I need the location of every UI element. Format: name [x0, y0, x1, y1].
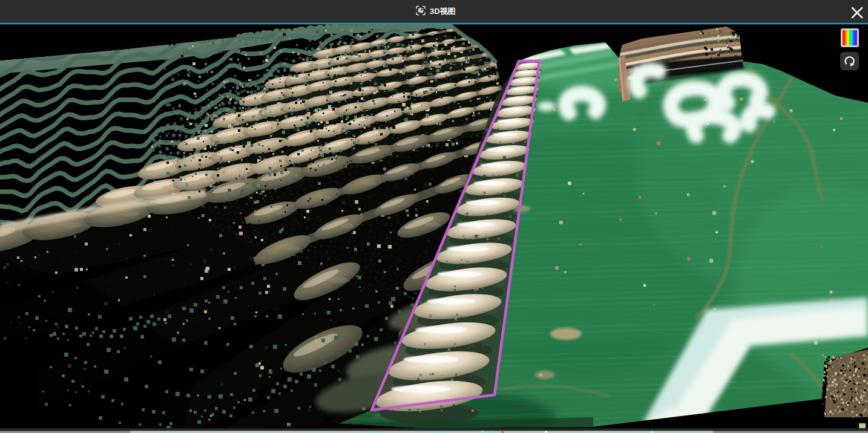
svg-text:3D视图: 3D视图: [430, 7, 456, 16]
